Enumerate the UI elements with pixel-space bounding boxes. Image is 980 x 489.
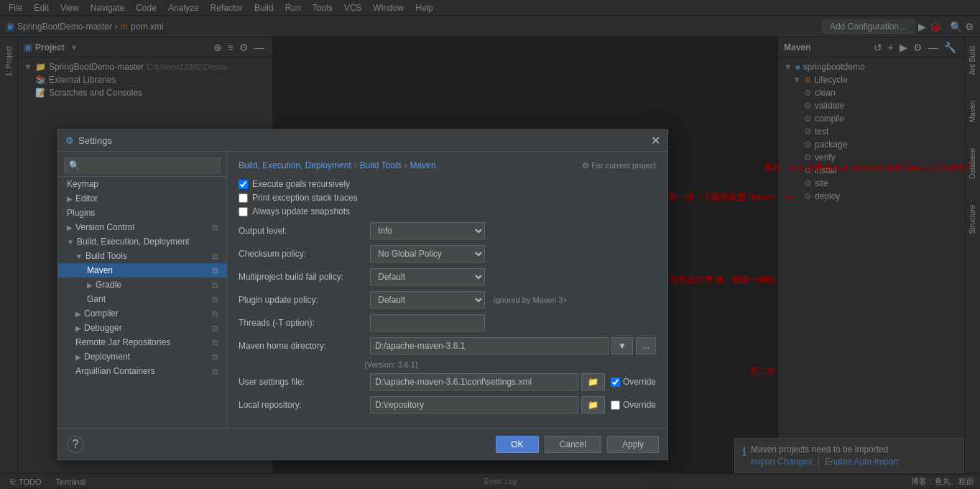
nav-plugins[interactable]: Plugins bbox=[58, 206, 226, 220]
nav-debugger-label: Debugger bbox=[84, 323, 122, 333]
execute-goals-row: Execute goals recursively bbox=[239, 179, 656, 189]
plugin-update-row: Plugin update policy: Default ignored by… bbox=[239, 291, 656, 309]
checkboxes-section: Execute goals recursively Print exceptio… bbox=[239, 179, 656, 216]
threads-row: Threads (-T option): bbox=[239, 314, 656, 332]
nav-gant-label: Gant bbox=[87, 294, 106, 304]
maven-home-folder-btn[interactable]: ... bbox=[636, 337, 656, 355]
print-stack-checkbox[interactable] bbox=[239, 193, 248, 203]
nav-search-container bbox=[58, 155, 226, 177]
always-update-label: Always update snapshots bbox=[252, 206, 350, 216]
user-settings-browse-btn[interactable]: 📁 bbox=[581, 373, 605, 390]
nav-editor-label: Editor bbox=[75, 193, 98, 204]
ignored-label: ignored by Maven 3+ bbox=[494, 296, 568, 304]
local-repo-row: Local repository: 📁 Override bbox=[239, 396, 656, 413]
breadcrumb-part1[interactable]: Build, Execution, Deployment bbox=[239, 160, 351, 170]
dialog-title: ⚙ Settings bbox=[65, 135, 112, 146]
expand-bt: ▼ bbox=[75, 252, 83, 260]
nav-plugins-label: Plugins bbox=[67, 208, 95, 218]
version-note: (Version: 3.6.1) bbox=[364, 360, 656, 369]
maven-home-browse-btn[interactable]: ▼ bbox=[611, 337, 633, 355]
nav-gradle[interactable]: ▶ Gradle ⊡ bbox=[58, 278, 226, 292]
ok-button[interactable]: OK bbox=[496, 436, 538, 453]
local-repo-input[interactable] bbox=[370, 396, 578, 413]
local-repo-override-label: Override bbox=[623, 400, 656, 410]
dialog-overlay: ⚙ Settings ✕ Keymap ▶ Editor bbox=[0, 0, 980, 489]
nav-remote-jar[interactable]: Remote Jar Repositories ⊡ bbox=[58, 335, 226, 349]
breadcrumb-sep1: › bbox=[354, 160, 357, 170]
nav-gradle-label: Gradle bbox=[96, 280, 121, 290]
execute-goals-label: Execute goals recursively bbox=[252, 179, 350, 189]
nav-build-tools[interactable]: ▼ Build Tools ⊡ bbox=[58, 249, 226, 263]
cancel-button[interactable]: Cancel bbox=[545, 436, 601, 453]
output-level-label: Output level: bbox=[239, 226, 364, 236]
maven-home-input-group: ▼ ... bbox=[370, 337, 656, 355]
user-settings-override-group: Override bbox=[611, 377, 656, 387]
breadcrumb-part3[interactable]: Maven bbox=[410, 160, 436, 170]
dialog-title-text: Settings bbox=[78, 135, 112, 146]
nav-build-exec-deploy[interactable]: ▼ Build, Execution, Deployment bbox=[58, 234, 226, 249]
multiproject-row: Multiproject build fail policy: Default bbox=[239, 268, 656, 285]
maven-home-input[interactable] bbox=[370, 337, 609, 355]
expand-gradle: ▶ bbox=[87, 281, 93, 289]
checksum-select[interactable]: No Global Policy bbox=[370, 245, 485, 262]
always-update-row: Always update snapshots bbox=[239, 206, 656, 216]
checksum-row: Checksum policy: No Global Policy bbox=[239, 245, 656, 262]
multiproject-label: Multiproject build fail policy: bbox=[239, 272, 364, 282]
execute-goals-checkbox[interactable] bbox=[239, 180, 248, 189]
nav-gant[interactable]: Gant ⊡ bbox=[58, 292, 226, 306]
dialog-footer: ? OK Cancel Apply bbox=[58, 428, 667, 460]
help-button[interactable]: ? bbox=[67, 436, 84, 453]
print-stack-label: Print exception stack traces bbox=[252, 193, 358, 203]
nav-arquillian-label: Arquillian Containers bbox=[75, 366, 155, 376]
plugin-update-label: Plugin update policy: bbox=[239, 295, 364, 305]
user-settings-label: User settings file: bbox=[239, 377, 364, 387]
user-settings-override-checkbox[interactable] bbox=[611, 378, 620, 387]
threads-input[interactable] bbox=[370, 314, 485, 332]
dialog-titlebar: ⚙ Settings ✕ bbox=[58, 130, 667, 152]
nav-debugger[interactable]: ▶ Debugger ⊡ bbox=[58, 321, 226, 335]
local-repo-input-group: 📁 bbox=[370, 396, 605, 413]
output-level-select[interactable]: Info bbox=[370, 222, 485, 239]
plugin-update-select[interactable]: Default bbox=[370, 291, 485, 309]
print-stack-row: Print exception stack traces bbox=[239, 193, 656, 203]
nav-editor[interactable]: ▶ Editor bbox=[58, 191, 226, 206]
dialog-breadcrumb: Build, Execution, Deployment › Build Too… bbox=[239, 160, 656, 170]
settings-icon-title: ⚙ bbox=[65, 135, 74, 146]
nav-remote-jar-label: Remote Jar Repositories bbox=[75, 337, 170, 347]
local-repo-override-group: Override bbox=[611, 400, 656, 410]
expand-vc: ▶ bbox=[67, 224, 73, 232]
threads-label: Threads (-T option): bbox=[239, 318, 364, 328]
nav-version-control[interactable]: ▶ Version Control ⊡ bbox=[58, 220, 226, 234]
nav-vc-label: Version Control bbox=[75, 222, 134, 232]
dialog-close-button[interactable]: ✕ bbox=[651, 134, 660, 147]
nav-keymap[interactable]: Keymap bbox=[58, 177, 226, 191]
nav-arquillian[interactable]: Arquillian Containers ⊡ bbox=[58, 364, 226, 378]
always-update-checkbox[interactable] bbox=[239, 207, 248, 216]
for-current-project[interactable]: ⚙ For current project bbox=[582, 161, 656, 170]
local-repo-browse-btn[interactable]: 📁 bbox=[581, 396, 605, 413]
nav-deployment[interactable]: ▶ Deployment ⊡ bbox=[58, 349, 226, 364]
expand-compiler: ▶ bbox=[75, 310, 81, 318]
user-settings-input-group: 📁 bbox=[370, 373, 605, 390]
nav-keymap-label: Keymap bbox=[67, 179, 98, 189]
dialog-nav: Keymap ▶ Editor Plugins ▶ Version Contro… bbox=[58, 152, 227, 428]
multiproject-select[interactable]: Default bbox=[370, 268, 485, 285]
nav-search-input[interactable] bbox=[64, 157, 221, 173]
dialog-content: Build, Execution, Deployment › Build Too… bbox=[227, 152, 667, 428]
maven-home-row: Maven home directory: ▼ ... bbox=[239, 337, 656, 355]
expand-editor: ▶ bbox=[67, 195, 73, 203]
maven-home-label: Maven home directory: bbox=[239, 341, 364, 351]
output-level-row: Output level: Info bbox=[239, 222, 656, 239]
user-settings-input[interactable] bbox=[370, 373, 578, 390]
nav-compiler[interactable]: ▶ Compiler ⊡ bbox=[58, 306, 226, 321]
local-repo-override-checkbox[interactable] bbox=[611, 401, 620, 410]
breadcrumb-sep2: › bbox=[405, 160, 407, 170]
nav-maven-label: Maven bbox=[87, 265, 113, 275]
dialog-body: Keymap ▶ Editor Plugins ▶ Version Contro… bbox=[58, 152, 667, 428]
local-repo-label: Local repository: bbox=[239, 400, 364, 410]
expand-debugger: ▶ bbox=[75, 324, 81, 332]
apply-button[interactable]: Apply bbox=[607, 436, 659, 453]
expand-deployment: ▶ bbox=[75, 353, 81, 361]
nav-maven[interactable]: Maven ⊡ bbox=[58, 263, 226, 278]
breadcrumb-part2[interactable]: Build Tools bbox=[360, 160, 402, 170]
